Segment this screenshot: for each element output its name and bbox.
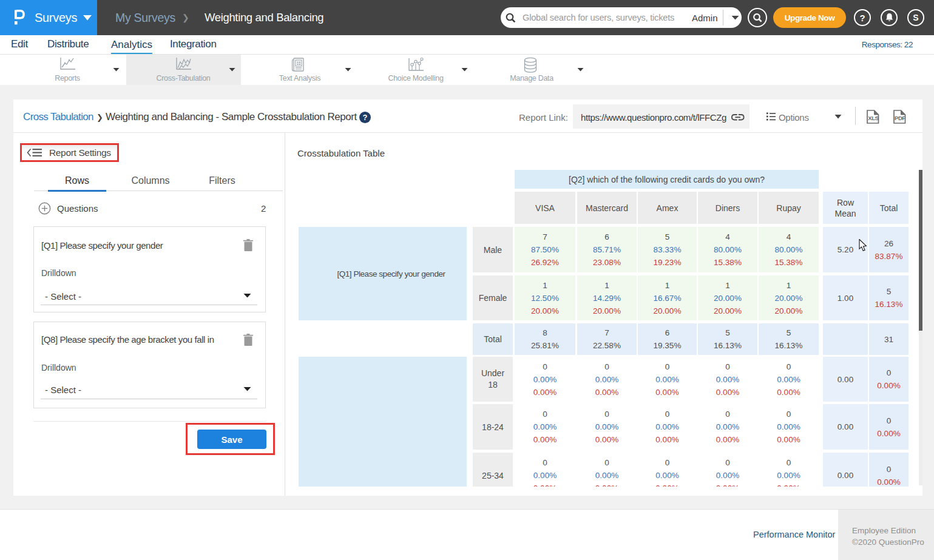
svg-text:PDF: PDF — [895, 115, 905, 121]
svg-text:XLS: XLS — [868, 115, 878, 121]
